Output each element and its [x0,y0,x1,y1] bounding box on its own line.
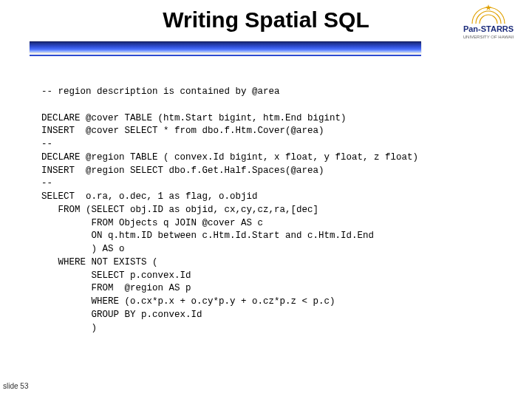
code-line: -- [41,139,52,149]
code-line: FROM Objects q JOIN @cover AS c [41,218,263,228]
slide-number: slide 53 [3,382,28,390]
slide: Writing Spatial SQL Pan-STARRS UNIVERSIT… [0,0,532,399]
code-line: ) [41,323,97,333]
title-underline-thin [30,55,421,56]
logo-subtext: UNIVERSITY OF HAWAII [452,35,525,40]
logo: Pan-STARRS UNIVERSITY OF HAWAII [452,4,525,40]
code-line: DECLARE @region TABLE ( convex.Id bigint… [41,152,418,163]
code-line: FROM (SELECT obj.ID as objid, cx,cy,cz,r… [41,205,318,215]
code-block: -- region description is contained by @a… [41,86,510,335]
code-line: ON q.htm.ID between c.Htm.Id.Start and c… [41,231,374,241]
code-line: ) AS o [41,244,125,254]
code-line: SELECT o.ra, o.dec, 1 as flag, o.objid [41,191,258,202]
code-line: DECLARE @cover TABLE (htm.Start bigint, … [41,113,347,123]
logo-text: Pan-STARRS [452,25,525,33]
code-line: INSERT @region SELECT dbo.f.Get.Half.Spa… [41,166,324,176]
code-line: INSERT @cover SELECT * from dbo.f.Htm.Co… [41,126,324,136]
code-line: WHERE (o.cx*p.x + o.cy*p.y + o.cz*p.z < … [41,296,335,307]
code-line: SELECT p.convex.Id [41,270,191,281]
code-line: FROM @region AS p [41,283,191,293]
title-underline-bar [30,41,421,52]
code-line: WHERE NOT EXISTS ( [41,257,158,267]
svg-point-2 [480,15,497,24]
code-line: -- [41,178,52,188]
code-line: -- region description is contained by @a… [41,86,280,97]
logo-star-icon [459,4,518,24]
code-line: GROUP BY p.convex.Id [41,310,202,320]
svg-point-0 [472,7,505,24]
